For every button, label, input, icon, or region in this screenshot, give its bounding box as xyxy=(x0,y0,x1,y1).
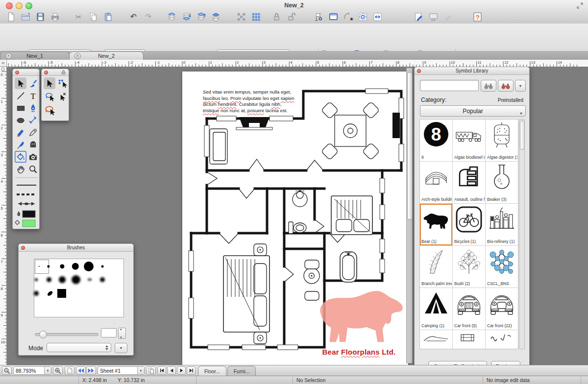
find-selected-button[interactable] xyxy=(498,80,514,92)
zoom-tool[interactable] xyxy=(27,163,39,175)
symbol-refinery[interactable]: Bio-refinery (1) xyxy=(486,204,518,246)
symbol-bush[interactable]: Bush (2) xyxy=(453,246,486,288)
dimension-tool[interactable] xyxy=(27,114,39,126)
brush-preview[interactable] xyxy=(88,279,92,281)
open-document-icon[interactable] xyxy=(20,11,31,22)
document-page[interactable]: Sed vitae enim tempus, semper nulla eget… xyxy=(182,72,408,365)
knife-tool[interactable] xyxy=(15,139,26,150)
brush-options-button[interactable]: ▼ xyxy=(115,343,127,353)
category-select[interactable]: Popular▼ xyxy=(420,105,526,117)
brush-preview[interactable] xyxy=(47,277,51,282)
company-logo-text[interactable]: Bear Floorplans Ltd. xyxy=(304,348,414,356)
palette-titlebar[interactable] xyxy=(42,69,69,76)
palette-titlebar[interactable]: Brushes xyxy=(19,244,133,252)
brush-size-slider[interactable] xyxy=(35,333,98,336)
solid-line-style[interactable] xyxy=(15,181,38,190)
close-tab-icon[interactable]: ✕ xyxy=(74,53,81,59)
brush-preview[interactable] xyxy=(72,275,80,284)
copy-icon[interactable] xyxy=(87,11,99,22)
symbol-digestor[interactable]: Algae digestor (1) xyxy=(486,120,518,162)
camera-tool[interactable] xyxy=(27,151,39,163)
search-options-button[interactable]: ▼ xyxy=(515,80,526,92)
new-document-icon[interactable] xyxy=(5,11,17,22)
new-sheet-icon[interactable] xyxy=(65,366,74,375)
marker-tool[interactable] xyxy=(15,126,26,138)
save-icon[interactable] xyxy=(34,11,46,22)
edit-page-icon[interactable] xyxy=(413,11,424,22)
fill-bucket-tool[interactable] xyxy=(15,151,26,163)
document-tab-new_1[interactable]: ✕New_1 xyxy=(0,51,70,60)
rectangle-tool[interactable] xyxy=(15,102,26,114)
previous-page-icon[interactable] xyxy=(167,366,176,375)
resize-icon[interactable] xyxy=(371,11,383,22)
undo-icon[interactable]: ↶ xyxy=(127,11,139,22)
symbol-eight[interactable]: 88 xyxy=(420,120,453,162)
symbol-car-front[interactable]: Car front (5) xyxy=(453,288,486,330)
brush-preview[interactable] xyxy=(34,291,39,296)
brush-preview-area[interactable] xyxy=(34,259,124,317)
move-to-back-icon[interactable] xyxy=(180,11,192,22)
next-page-icon[interactable] xyxy=(177,366,186,375)
direct-select-tool[interactable] xyxy=(56,91,68,102)
symbol-scrollbar[interactable] xyxy=(519,119,525,349)
display-icon[interactable] xyxy=(427,11,439,22)
annotate-icon[interactable] xyxy=(442,11,454,22)
stroke-color-well[interactable] xyxy=(15,210,38,218)
canvas-vertical-scrollbar[interactable] xyxy=(406,68,413,363)
slider-knob[interactable] xyxy=(39,331,47,338)
window-options-icon[interactable] xyxy=(327,11,339,22)
dashed-line-style[interactable] xyxy=(15,190,38,199)
preferences-icon[interactable] xyxy=(357,11,368,22)
redo-icon[interactable]: ↷ xyxy=(142,11,154,22)
lock-icon[interactable] xyxy=(270,11,282,22)
brush-size-stepper[interactable] xyxy=(118,328,126,339)
close-tab-icon[interactable]: ✕ xyxy=(5,53,12,59)
lasso-tool[interactable] xyxy=(44,91,55,102)
select-points-tool[interactable] xyxy=(56,77,68,89)
move-forward-icon[interactable] xyxy=(195,11,207,22)
text-tool[interactable]: T xyxy=(27,90,39,101)
brush-preview[interactable] xyxy=(47,265,49,267)
visibility-icon[interactable] xyxy=(313,11,324,22)
symbol-palm-frond[interactable]: Branch palm tree xyxy=(420,246,453,288)
previous-sheet-icon[interactable] xyxy=(76,366,86,375)
ghost-tool[interactable] xyxy=(27,139,39,150)
lorem-text-block[interactable]: Sed vitae enim tempus, semper nulla eget… xyxy=(203,89,314,114)
document-tab-new_2[interactable]: ✕New_2 xyxy=(69,51,144,60)
select-arrow-tool[interactable] xyxy=(44,77,55,89)
sheet-tab-1[interactable]: Floor... xyxy=(198,366,226,376)
brush-preview[interactable] xyxy=(59,276,66,283)
first-page-icon[interactable] xyxy=(157,366,166,375)
lasso-rotate-tool[interactable] xyxy=(44,104,55,116)
align-icon[interactable] xyxy=(235,11,247,22)
close-palette-button[interactable] xyxy=(15,71,19,74)
cut-icon[interactable]: ✂ xyxy=(73,11,84,22)
lock-icon[interactable] xyxy=(61,70,66,75)
zoom-in-icon[interactable] xyxy=(53,366,63,375)
ellipse-tool[interactable] xyxy=(15,114,26,126)
hand-tool[interactable] xyxy=(15,163,26,175)
symbol-car-front-2[interactable]: Car front (22) xyxy=(486,288,518,330)
symbol-tent[interactable]: Camping (1) xyxy=(420,288,453,330)
symbol-molecule[interactable]: CSCL_BNS xyxy=(486,246,518,288)
double-arrow-style[interactable] xyxy=(15,199,38,208)
symbol-truck[interactable]: Algae biodiesel tr xyxy=(453,120,486,162)
sheet-select[interactable]: Sheet #1▼ xyxy=(98,366,145,375)
paste-icon[interactable] xyxy=(102,11,114,22)
expand-icon[interactable] xyxy=(577,2,583,9)
last-page-icon[interactable] xyxy=(187,366,196,375)
symbol-scribble[interactable] xyxy=(486,330,518,349)
find-button[interactable] xyxy=(481,80,496,92)
symbol-car-side[interactable] xyxy=(420,330,453,349)
brush-preview[interactable] xyxy=(60,264,64,268)
print-icon[interactable] xyxy=(49,11,61,22)
fill-color-well[interactable] xyxy=(15,219,38,228)
brush-preview[interactable] xyxy=(35,278,38,281)
distribute-icon[interactable] xyxy=(250,11,262,22)
move-to-front-icon[interactable] xyxy=(210,11,221,22)
move-backward-icon[interactable] xyxy=(166,11,177,22)
palette-titlebar[interactable] xyxy=(13,69,39,76)
scrollbar-thumb[interactable] xyxy=(407,72,413,220)
scrollbar-thumb[interactable] xyxy=(520,120,525,150)
symbol-bicycle[interactable]: Bicycles (1) xyxy=(453,204,486,246)
